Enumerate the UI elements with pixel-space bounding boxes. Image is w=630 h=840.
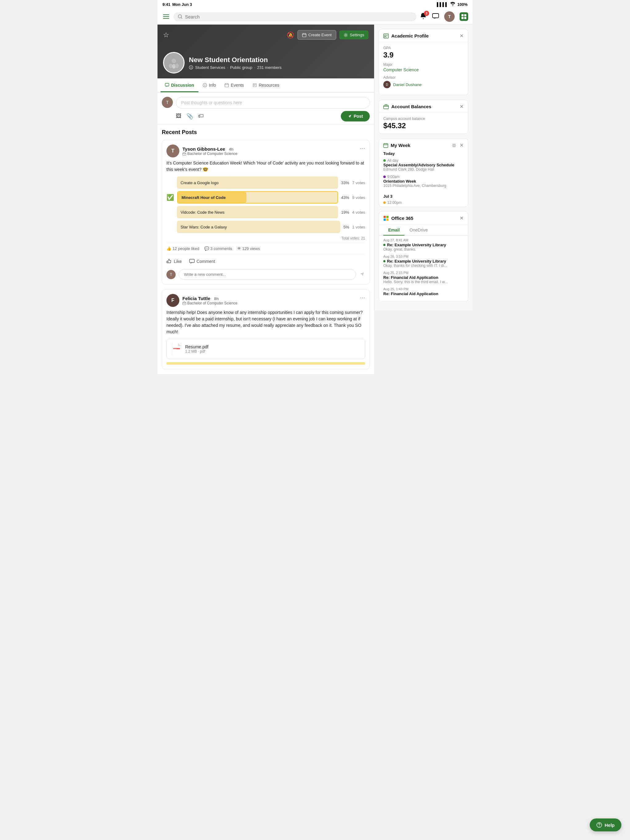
poll-option[interactable]: Create a Google logo 33% 7 votes — [166, 177, 365, 189]
comment-button[interactable]: Comment — [189, 259, 215, 264]
office365-close[interactable]: ✕ — [459, 215, 464, 221]
event-title-1: Special Assembly/Advisory Schedule — [383, 163, 464, 167]
search-icon — [178, 14, 183, 19]
academic-profile-close[interactable]: ✕ — [459, 33, 464, 39]
gpa-label: GPA — [383, 46, 464, 50]
settings-button[interactable]: Settings — [339, 30, 369, 39]
event-loc-1: Edmund Clark 280, Dodge Hall — [383, 167, 464, 172]
search-input[interactable] — [185, 14, 413, 19]
compose-actions: 🖼 📎 🏷 Post — [162, 109, 370, 122]
post-button[interactable]: Post — [341, 111, 370, 122]
email-item[interactable]: Aug 26, 3:53 PM Re: Example University L… — [383, 254, 464, 268]
account-balances-body: Campus account balance $45.32 — [379, 113, 468, 134]
discussion-icon — [165, 83, 169, 87]
poll-bar-bg: Create a Google logo — [177, 177, 338, 189]
poll-option[interactable]: Star Wars: Code a Galaxy 5% 1 votes — [166, 221, 365, 233]
svg-rect-6 — [302, 33, 306, 37]
unread-dot-icon — [383, 260, 385, 262]
tab-info-label: Info — [209, 83, 216, 88]
tab-email[interactable]: Email — [383, 224, 405, 235]
post-card: T Tyson Gibbons-Lee 4h Bachelor of Compu… — [162, 140, 370, 284]
compose-avatar: T — [162, 97, 173, 108]
bottom-bar-placeholder — [166, 362, 365, 365]
poll-pct: 19% — [341, 210, 349, 215]
create-event-button[interactable]: Create Event — [298, 30, 336, 39]
status-day: Mon Jun 3 — [172, 2, 192, 7]
account-balances-header: Account Balances ✕ — [379, 100, 468, 113]
svg-rect-30 — [384, 219, 386, 221]
post-more-menu-2[interactable]: ··· — [360, 294, 365, 301]
account-balances-close[interactable]: ✕ — [459, 104, 464, 109]
post-author-sub: Bachelor of Computer Science — [182, 152, 237, 156]
poll-pct: 43% — [341, 195, 349, 200]
compose-field[interactable]: Post thoughts or questions here — [176, 97, 370, 109]
poll-bar-wrap: Vidcode: Code the News — [177, 206, 338, 218]
app-logo-icon[interactable] — [459, 12, 468, 21]
comment-input[interactable] — [179, 269, 356, 280]
post-header: T Tyson Gibbons-Lee 4h Bachelor of Compu… — [166, 145, 365, 158]
hamburger-menu[interactable] — [162, 13, 171, 20]
post-more-menu[interactable]: ··· — [360, 145, 365, 152]
event-time-2: 9:00am — [383, 175, 464, 179]
email-item[interactable]: Aug 25, 1:43 PM Re: Financial Aid Applic… — [383, 287, 464, 296]
poll-bar-bg: Star Wars: Code a Galaxy — [177, 221, 340, 233]
email-preview: Okay, great, thanks. — [383, 247, 464, 251]
post-avatar-felicia: F — [166, 294, 179, 307]
tab-resources[interactable]: Resources — [248, 78, 283, 92]
my-week-title: My Week — [383, 143, 410, 148]
post-avatar-tyson: T — [166, 145, 179, 158]
poll-options: Create a Google logo 33% 7 votes ✅ Minec… — [166, 177, 365, 233]
poll-option[interactable]: Vidcode: Code the News 19% 4 votes — [166, 206, 365, 218]
like-button[interactable]: Like — [166, 259, 182, 264]
tab-events[interactable]: Events — [220, 78, 248, 92]
poll-bar-bg: Vidcode: Code the News — [177, 206, 338, 218]
comment-avatar: T — [166, 270, 176, 279]
my-week-close[interactable]: ✕ — [459, 142, 464, 148]
my-week-card: My Week ✕ Today All day S — [379, 138, 468, 207]
post-author-info: Tyson Gibbons-Lee 4h Bachelor of Compute… — [182, 146, 237, 156]
file-attach-icon[interactable]: 📎 — [187, 113, 193, 120]
my-week-settings-icon[interactable] — [451, 143, 456, 148]
mute-icon[interactable]: 🔕 — [287, 32, 294, 39]
status-time: 9:41 — [162, 2, 171, 7]
post-degree-2: Bachelor of Computer Science — [187, 301, 237, 305]
star-icon[interactable]: ☆ — [163, 31, 169, 39]
post-author-row-2: F Felicia Tuttle 8h Bachelor of Computer… — [166, 294, 237, 307]
tab-discussion[interactable]: Discussion — [161, 78, 198, 92]
email-subject: Re: Example University Library — [383, 243, 464, 247]
academic-profile-header: Academic Profile ✕ — [379, 29, 468, 42]
email-item[interactable]: Aug 27, 8:41 AM Re: Example University L… — [383, 238, 464, 251]
image-attach-icon[interactable]: 🖼 — [176, 113, 182, 120]
poll-option[interactable]: ✅ Minecraft Hour of Code 43% 9 votes — [166, 191, 365, 204]
user-avatar[interactable]: T — [444, 11, 455, 22]
poll-bar-wrap: Star Wars: Code a Galaxy — [177, 221, 340, 233]
post-comments-count: 💬 3 comments — [204, 246, 232, 251]
academic-profile-body: GPA 3.9 Major Computer Science Advisor D… — [379, 42, 468, 95]
post-degree: Bachelor of Computer Science — [187, 152, 237, 156]
chat-icon-wrap[interactable] — [432, 12, 439, 21]
svg-rect-2 — [461, 14, 464, 16]
email-subject: Re: Financial Aid Application — [383, 292, 464, 296]
post-stats: 👍 12 people liked 💬 3 comments 👁 129 vie… — [166, 243, 365, 254]
tab-onedrive[interactable]: OneDrive — [405, 224, 432, 235]
notification-bell-wrap[interactable]: 3 — [419, 12, 427, 21]
svg-point-11 — [175, 64, 179, 68]
major-value: Computer Science — [383, 67, 464, 72]
major-label: Major — [383, 62, 464, 67]
tab-info[interactable]: Info — [198, 78, 220, 92]
tag-icon[interactable]: 🏷 — [198, 113, 204, 120]
event-title-2: Orientation Week — [383, 179, 464, 183]
email-item[interactable]: Aug 25, 2:15 PM Re: Financial Aid Applic… — [383, 271, 464, 284]
events-icon — [225, 83, 229, 87]
svg-point-8 — [172, 59, 176, 63]
svg-rect-26 — [384, 144, 388, 148]
search-bar[interactable] — [174, 12, 416, 21]
email-time: Aug 25, 2:15 PM — [383, 271, 464, 275]
attach-name: Resume.pdf — [185, 344, 208, 349]
svg-text:PDF: PDF — [174, 348, 177, 350]
comment-send-icon[interactable] — [359, 271, 365, 278]
banner-top-actions: ☆ 🔕 Create Event Settings — [163, 30, 369, 39]
comment-icon — [189, 259, 195, 264]
office365-card: Office 365 ✕ Email OneDrive Aug 27, 8:41… — [379, 211, 468, 302]
attachment[interactable]: PDF Resume.pdf 1.2 MB · pdf — [166, 339, 365, 359]
